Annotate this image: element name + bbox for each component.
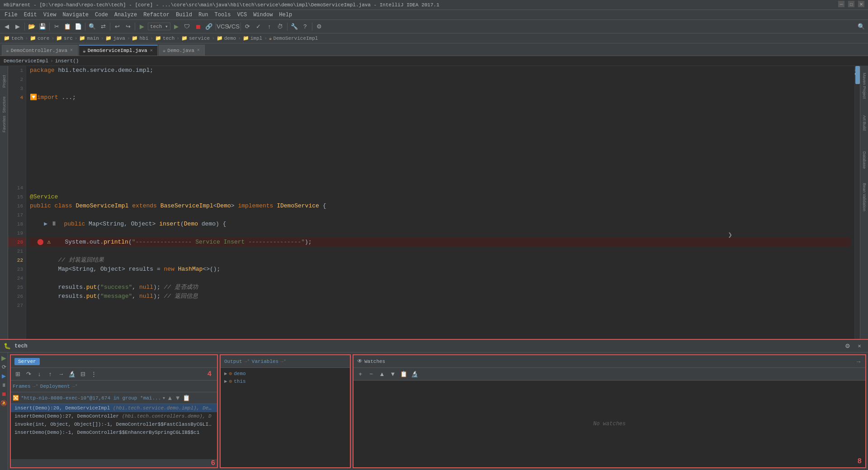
watches-remove[interactable]: − (366, 369, 376, 379)
debug-stop[interactable]: ⏹ (0, 390, 8, 398)
run-config-selector[interactable]: tech ▾ (148, 23, 170, 30)
tab-close-2[interactable]: × (150, 48, 153, 53)
toolbar-cut[interactable]: ✂ (52, 22, 61, 32)
st-more[interactable]: ⋮ (89, 369, 99, 379)
menu-build[interactable]: Build (173, 11, 195, 19)
artboard-panel-btn[interactable]: Art Build (861, 105, 868, 141)
right-scrollbar[interactable] (854, 66, 860, 339)
bean-panel-btn[interactable]: Bean Validation (861, 179, 868, 215)
bc-hbi[interactable]: 📁 hbi (132, 35, 148, 41)
toolbar-search-everywhere[interactable]: 🔍 (856, 22, 866, 32)
menu-window[interactable]: Window (250, 11, 275, 19)
toolbar-back[interactable]: ◀ (2, 22, 12, 32)
eb-insert[interactable]: insert() (55, 58, 79, 64)
project-panel-btn[interactable]: Project (0, 68, 8, 95)
bc-src[interactable]: 📁 src (56, 35, 73, 41)
debug-mute[interactable]: 🔕 (0, 400, 8, 407)
structure-panel-btn[interactable]: Structure (0, 96, 8, 114)
menu-file[interactable]: File (2, 11, 20, 19)
tab-demoserviceimpl[interactable]: ☕ DemoServiceImpl.java × (79, 45, 158, 56)
menu-edit[interactable]: Edit (21, 11, 40, 19)
bc-core[interactable]: 📁 core (30, 35, 49, 41)
menu-vcs[interactable]: VCS (235, 11, 250, 19)
watches-evaluate[interactable]: 🔬 (410, 369, 420, 379)
st-step-into[interactable]: ↓ (34, 369, 44, 379)
toolbar-attach[interactable]: 🔗 (204, 22, 214, 32)
watches-copy[interactable]: 📋 (399, 369, 409, 379)
debug-close[interactable]: × (854, 341, 864, 351)
maven-panel-btn[interactable]: Maven Project (861, 68, 868, 104)
output-tab[interactable]: Output (224, 359, 242, 364)
toolbar-paste[interactable]: 📄 (73, 22, 83, 32)
toolbar-open-recent[interactable]: 📂 (27, 22, 37, 32)
stack-frame-1[interactable]: insertDemo(Demo):27, DemoController (hbi… (11, 412, 217, 420)
toolbar-push[interactable]: ↑ (264, 22, 274, 32)
watches-down[interactable]: ▼ (388, 369, 398, 379)
toolbar-history[interactable]: ⏱ (275, 22, 285, 32)
debug-resume[interactable]: ⟳ (0, 363, 8, 371)
bc-demoserviceimpl[interactable]: ☕ DemoServiceImpl (269, 35, 318, 41)
favorites-panel-btn[interactable]: Favorites (0, 115, 8, 133)
database-panel-btn[interactable]: Database (861, 142, 868, 178)
st-evaluate[interactable]: 🔬 (67, 369, 77, 379)
toolbar-undo[interactable]: ↩ (112, 22, 122, 32)
debug-settings[interactable]: ⚙ (843, 341, 853, 351)
bc-tech2[interactable]: 📁 tech (155, 35, 175, 41)
toolbar-vcs1[interactable]: VCS (218, 22, 228, 32)
bc-service[interactable]: 📁 service (181, 35, 210, 41)
debug-step-over[interactable]: ▶ (0, 372, 8, 380)
st-step-over[interactable]: ↷ (24, 369, 33, 379)
close-button[interactable]: ✕ (858, 1, 864, 7)
var-this[interactable]: ▶ ⊙ this (222, 377, 348, 385)
watches-up[interactable]: ▲ (377, 369, 387, 379)
tab-democontroller[interactable]: ☕ DemoController.java × (2, 45, 78, 56)
toolbar-help[interactable]: ? (300, 22, 310, 32)
bc-java[interactable]: 📁 java (105, 35, 125, 41)
stack-frame-0[interactable]: insert(Demo):20, DemoServiceImpl (hbi.te… (11, 404, 217, 412)
toolbar-structure[interactable]: 🔧 (289, 22, 299, 32)
watches-add[interactable]: + (355, 369, 365, 379)
thread-dropdown[interactable]: ▾ (163, 395, 165, 400)
thread-down[interactable]: ▼ (175, 395, 180, 401)
bc-impl[interactable]: 📁 impl (243, 35, 262, 41)
thread-up[interactable]: ▲ (167, 395, 173, 401)
tab-close-3[interactable]: × (197, 48, 200, 53)
toolbar-vcs2[interactable]: VCS (229, 22, 239, 32)
tab-close-1[interactable]: × (70, 48, 73, 53)
toolbar-find[interactable]: 🔍 (87, 22, 97, 32)
bc-demo[interactable]: 📁 demo (217, 35, 236, 41)
st-restore-layout[interactable]: ⊞ (13, 369, 23, 379)
stack-frame-3[interactable]: insertDemo(Demo):-1, DemoController$$Enh… (11, 428, 217, 437)
thread-copy[interactable]: 📋 (183, 395, 190, 401)
menu-run[interactable]: Run (196, 11, 211, 19)
debug-restart[interactable]: ▶ (0, 354, 8, 362)
debug-pause[interactable]: ⏸ (0, 381, 8, 389)
eb-demoserviceimpl[interactable]: DemoServiceImpl (4, 58, 48, 64)
code-area[interactable]: package hbi.tech.service.demo.impl; 🔽imp… (26, 66, 851, 339)
st-run-to-cursor[interactable]: → (56, 369, 66, 379)
frames-label[interactable]: Frames (13, 384, 31, 389)
menu-tools[interactable]: Tools (212, 11, 234, 19)
watches-close[interactable]: → (855, 358, 862, 365)
toolbar-replace[interactable]: ⇄ (98, 22, 108, 32)
tab-demo[interactable]: ☕ Demo.java × (159, 45, 205, 56)
toolbar-update[interactable]: ⟳ (243, 22, 253, 32)
menu-refactor[interactable]: Refactor (141, 11, 172, 19)
scrollbar-thumb[interactable] (855, 66, 860, 84)
toolbar-forward[interactable]: ▶ (13, 22, 23, 32)
toolbar-commit[interactable]: ✓ (254, 22, 264, 32)
toolbar-settings[interactable]: ⚙ (314, 22, 324, 32)
toolbar-save[interactable]: 💾 (38, 22, 47, 32)
variables-tab[interactable]: Variables (252, 359, 278, 364)
menu-code[interactable]: Code (92, 11, 111, 19)
maximize-button[interactable]: □ (848, 1, 854, 7)
toolbar-copy[interactable]: 📋 (62, 22, 72, 32)
minimize-button[interactable]: ─ (838, 1, 844, 7)
menu-help[interactable]: Help (276, 11, 295, 19)
menu-view[interactable]: View (41, 11, 59, 19)
deployment-label[interactable]: Deployment (40, 384, 70, 389)
toolbar-run[interactable]: ▶ (137, 22, 147, 32)
stack-frame-2[interactable]: invoke(int, Object, Object[]):-1, DemoCo… (11, 420, 217, 428)
menu-navigate[interactable]: Navigate (60, 11, 91, 19)
bc-main[interactable]: 📁 main (79, 35, 99, 41)
